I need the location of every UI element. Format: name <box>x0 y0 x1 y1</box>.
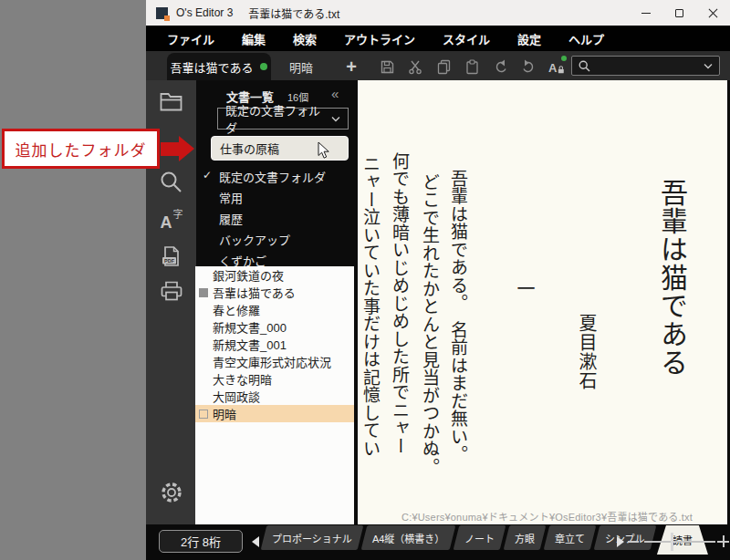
list-item[interactable]: 大きな明暗 <box>195 370 354 388</box>
mouse-cursor-icon <box>318 141 331 160</box>
layout-tab-chapter[interactable]: 章立て <box>544 525 597 550</box>
chapter-number: 一 <box>516 279 534 297</box>
list-item[interactable]: 青空文庫形式対応状況 <box>195 353 354 370</box>
document-tab-meian[interactable]: 明暗 <box>274 53 328 80</box>
layout-tabs: プロポーショナル A4縦（横書き） ノート 方眼 章立て シンプル 読書 <box>264 525 708 555</box>
list-item[interactable]: 新規文書_001 <box>195 336 354 353</box>
documents-folder-icon[interactable] <box>146 91 196 112</box>
collapse-panel-icon[interactable]: « <box>331 86 339 101</box>
save-icon[interactable] <box>379 58 395 75</box>
chevron-down-icon <box>331 116 340 122</box>
folder-select[interactable]: 既定の文書フォルダ <box>217 108 349 130</box>
copy-icon[interactable] <box>435 58 452 75</box>
annotation-arrow-head <box>179 136 194 161</box>
font-icon-letter: A <box>161 213 172 233</box>
titlebar: O's Editor 3 吾輩は猫である.txt <box>146 0 730 26</box>
tabbar: 吾輩は猫である 明暗 + <box>146 51 730 80</box>
scroll-tabs-right-icon[interactable] <box>617 536 624 547</box>
search-icon <box>579 60 590 72</box>
paste-icon[interactable] <box>464 58 480 75</box>
layout-tab-simple[interactable]: シンプル <box>594 525 656 550</box>
annotation-arrow <box>161 142 179 156</box>
zoom-out-icon[interactable] <box>628 541 639 543</box>
zoom-slider-track[interactable] <box>644 541 715 543</box>
chevron-down-icon[interactable] <box>704 63 713 69</box>
modified-dot-icon <box>260 63 267 70</box>
folder-select-value: 既定の文書フォルダ <box>225 101 331 136</box>
dropdown-item-backup[interactable]: バックアップ <box>196 229 354 250</box>
screen: O's Editor 3 吾輩は猫である.txt ファイル 編集 検索 アウトラ… <box>0 0 730 560</box>
toolbar: A <box>379 53 565 80</box>
annotation-callout: 追加したフォルダ <box>2 129 160 169</box>
idle-tab-label: 明暗 <box>289 58 313 76</box>
scroll-tabs-left-icon[interactable] <box>252 536 259 547</box>
pdf-export-icon[interactable]: PDF <box>146 245 196 268</box>
document-list: 銀河鉄道の夜 吾輩は猫である 春と修羅 新規文書_000 新規文書_001 青空… <box>195 266 354 524</box>
font-icon[interactable]: A 字 <box>146 209 196 233</box>
open-document-marker-icon <box>199 288 208 297</box>
list-item-selected[interactable]: 明暗 <box>195 405 354 422</box>
redo-icon[interactable] <box>520 58 537 75</box>
document-tab-active[interactable]: 吾輩は猫である <box>167 53 271 80</box>
font-icon-kanji: 字 <box>173 206 183 221</box>
body-column-1: 吾輩は猫である。 名前はまだ無い。 <box>449 170 466 463</box>
undo-icon[interactable] <box>492 58 508 75</box>
menu-file[interactable]: ファイル <box>167 30 214 47</box>
menu-style[interactable]: スタイル <box>443 30 490 47</box>
zoom-in-icon[interactable] <box>717 535 729 547</box>
menubar: ファイル 編集 検索 アウトライン スタイル 設定 ヘルプ <box>146 26 730 51</box>
maximize-icon <box>675 9 683 17</box>
cursor-position-button[interactable]: 2行 8桁 <box>159 530 243 553</box>
body-column-3: 何でも薄暗いじめじめした所でニャー <box>391 152 408 455</box>
minimize-icon <box>641 13 651 14</box>
print-icon[interactable] <box>146 280 196 302</box>
settings-gear-icon[interactable] <box>146 480 196 505</box>
layout-tab-proportional[interactable]: プロポーショナル <box>261 525 364 550</box>
cut-icon[interactable] <box>407 58 423 75</box>
window-controls <box>629 0 730 26</box>
zoom-slider-thumb[interactable] <box>671 533 673 551</box>
book-author: 夏目漱石 <box>578 314 596 390</box>
menu-search[interactable]: 検索 <box>293 30 317 47</box>
app-window: O's Editor 3 吾輩は猫である.txt ファイル 編集 検索 アウトラ… <box>146 0 730 560</box>
menu-outline[interactable]: アウトライン <box>344 30 415 47</box>
list-item[interactable]: 吾輩は猫である <box>195 284 354 301</box>
statusbar: 2行 8桁 プロポーショナル A4縦（横書き） ノート 方眼 章立て シンプル … <box>146 524 730 560</box>
menu-edit[interactable]: 編集 <box>242 30 266 47</box>
dropdown-item-history[interactable]: 履歴 <box>196 208 354 229</box>
dropdown-item-common[interactable]: 常用 <box>196 187 354 208</box>
dropdown-highlighted-label: 仕事の原稿 <box>220 140 279 157</box>
file-path: C:¥Users¥onuma¥ドキュメント¥OsEditor3¥吾輩は猫である.… <box>402 509 693 524</box>
menu-settings[interactable]: 設定 <box>517 30 541 47</box>
close-button[interactable] <box>696 0 730 26</box>
layout-tab-reading-active[interactable]: 読書 <box>657 525 708 555</box>
app-icon <box>156 7 168 19</box>
list-item[interactable]: 大岡政談 <box>195 388 354 405</box>
annotation-label: 追加したフォルダ <box>16 138 147 161</box>
body-column-2: どこで生れたかとんと見当がつかぬ。 <box>421 173 438 476</box>
menu-help[interactable]: ヘルプ <box>568 30 604 47</box>
dropdown-item-default[interactable]: ✓ 既定の文書フォルダ <box>196 166 354 187</box>
new-tab-button[interactable]: + <box>339 53 363 80</box>
active-tab-label: 吾輩は猫である <box>171 58 254 76</box>
layout-tab-note[interactable]: ノート <box>454 525 506 550</box>
search-sidebar-icon[interactable] <box>146 170 196 194</box>
layout-tab-a4[interactable]: A4縦（横書き） <box>360 525 455 550</box>
proofread-letter: A <box>548 61 557 75</box>
maximize-button[interactable] <box>662 0 696 26</box>
reader-page: 吾輩は猫である 夏目漱石 一 吾輩は猫である。 名前はまだ無い。 どこで生れたか… <box>358 80 727 524</box>
proofread-icon[interactable]: A <box>548 58 565 75</box>
proofread-status-dot <box>561 56 567 61</box>
list-item[interactable]: 新規文書_000 <box>195 318 354 336</box>
minimize-button[interactable] <box>629 0 662 26</box>
list-item[interactable]: 春と修羅 <box>195 301 354 318</box>
list-item[interactable]: 銀河鉄道の夜 <box>195 266 354 284</box>
close-icon <box>708 8 718 18</box>
folder-dropdown-menu: ✓ 既定の文書フォルダ 常用 履歴 バックアップ くずかご <box>196 166 354 271</box>
body-column-4: ニャー泣いていた事だけは記憶してい <box>361 155 379 458</box>
search-input[interactable] <box>590 58 704 73</box>
layout-tab-grid[interactable]: 方眼 <box>504 525 547 550</box>
titlebar-document-name: 吾輩は猫である.txt <box>248 5 339 21</box>
plus-icon: + <box>346 57 357 78</box>
open-document-marker-outline-icon <box>199 410 208 419</box>
